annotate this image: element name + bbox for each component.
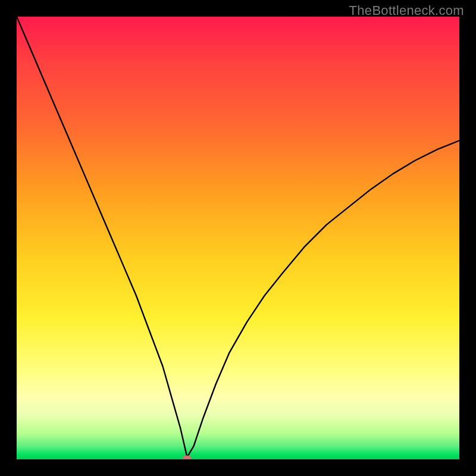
optimal-point-marker (183, 455, 191, 459)
chart-frame: TheBottleneck.com (0, 0, 476, 476)
bottleneck-curve (17, 17, 459, 459)
plot-area (17, 17, 459, 459)
